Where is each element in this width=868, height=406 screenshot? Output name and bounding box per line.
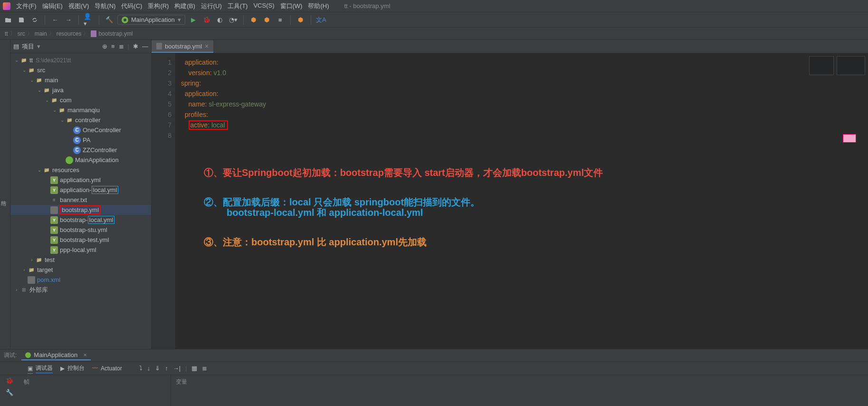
breadcrumb: tt〉 src〉 main〉 resources〉 bootstrap.yml xyxy=(0,28,868,40)
menu-item[interactable]: 重构(R) xyxy=(148,2,169,10)
save-icon[interactable] xyxy=(16,15,27,25)
folder-icon xyxy=(35,77,43,84)
code-line[interactable] xyxy=(181,130,868,141)
folder-icon xyxy=(43,87,50,94)
step-into-icon[interactable]: ↓ xyxy=(147,365,151,372)
code-line[interactable]: active: local xyxy=(181,120,868,130)
code-line[interactable]: application: xyxy=(181,57,868,68)
git-icon[interactable]: ⬢ xyxy=(296,15,306,25)
menu-item[interactable]: 文件(F) xyxy=(16,2,37,10)
tree-item[interactable]: pom.xml xyxy=(10,275,151,285)
tree-item[interactable]: bootstrap-test.yml xyxy=(10,235,151,245)
menu-item[interactable]: 导航(N) xyxy=(95,2,115,10)
attach-icon[interactable]: ⬢ xyxy=(248,15,259,25)
crumb[interactable]: tt xyxy=(5,30,8,37)
trace-icon[interactable]: ≣ xyxy=(202,365,207,372)
debug-config[interactable]: MainApplication × xyxy=(21,350,90,360)
run-config-select[interactable]: MainApplication ▾ xyxy=(117,15,185,25)
code-line[interactable]: version: v1.0 xyxy=(181,68,868,78)
tree-item[interactable]: application.yml xyxy=(10,175,151,185)
tree-item[interactable]: ⌄controller xyxy=(10,115,151,125)
stop-icon[interactable]: ■ xyxy=(275,15,286,25)
tab-console[interactable]: ▶控制台 xyxy=(60,364,85,372)
tree-item[interactable]: ⌄ttS:\idea2021\tt xyxy=(10,55,151,65)
tree-item[interactable]: bootstrap.yml xyxy=(10,205,151,215)
close-icon[interactable]: × xyxy=(83,351,87,358)
menu-item[interactable]: 帮助(H) xyxy=(308,2,329,10)
menu-item[interactable]: VCS(S) xyxy=(253,2,274,10)
tree-item[interactable]: ⌄main xyxy=(10,75,151,85)
run-to-cursor-icon[interactable]: →| xyxy=(173,365,181,372)
open-icon[interactable] xyxy=(3,15,13,25)
annotation-2b: bootstrap-local.yml 和 application-local.… xyxy=(227,207,603,218)
code-editor[interactable]: 12345678 application: version: v1.0sprin… xyxy=(152,53,868,349)
hammer-icon[interactable]: 🔨 xyxy=(104,15,114,25)
forward-icon[interactable]: → xyxy=(63,15,74,25)
evaluate-icon[interactable]: ▦ xyxy=(191,365,197,372)
tree-item[interactable]: ⌄com xyxy=(10,95,151,105)
editor-tabbar: bootstrap.yml × xyxy=(152,40,868,53)
settings-icon[interactable]: ✱ xyxy=(133,43,138,50)
coverage-icon[interactable]: ◐ xyxy=(215,15,225,25)
user-icon[interactable]: 👤▾ xyxy=(84,15,94,25)
tree-item-label: manmanqiu xyxy=(67,106,100,114)
tree-item[interactable]: ⌄resources xyxy=(10,165,151,175)
modify-icon[interactable]: 🔧 xyxy=(6,389,13,396)
sync-icon[interactable] xyxy=(29,15,40,25)
translate-icon[interactable]: 文A xyxy=(316,15,326,25)
tree-item[interactable]: MainApplication xyxy=(10,155,151,165)
tree-item[interactable]: bootstrap-local.yml xyxy=(10,215,151,225)
tree-item[interactable]: ›外部库 xyxy=(10,285,151,295)
menu-item[interactable]: 工具(T) xyxy=(228,2,248,10)
code-line[interactable]: spring: xyxy=(181,78,868,88)
tree-item[interactable]: ppp-local.yml xyxy=(10,245,151,255)
tree-item[interactable]: application-local.yml xyxy=(10,185,151,195)
tab-actuator[interactable]: 〰Actuator xyxy=(92,365,122,372)
tree-item[interactable]: PA xyxy=(10,135,151,145)
error-stripe-marker[interactable] xyxy=(843,134,856,143)
tree-item[interactable]: ZZController xyxy=(10,145,151,155)
menu-item[interactable]: 构建(B) xyxy=(174,2,195,10)
menu-item[interactable]: 窗口(W) xyxy=(280,2,303,10)
code-line[interactable]: application: xyxy=(181,88,868,99)
editor-tab[interactable]: bootstrap.yml × xyxy=(152,40,213,53)
menu-item[interactable]: 视图(V) xyxy=(68,2,89,10)
debug-icon[interactable]: 🐞 xyxy=(201,15,212,25)
attach2-icon[interactable]: ⬢ xyxy=(262,15,272,25)
crumb[interactable]: bootstrap.yml xyxy=(98,30,133,37)
tree-item[interactable]: ›test xyxy=(10,255,151,265)
code-line[interactable]: profiles: xyxy=(181,109,868,120)
close-icon[interactable]: × xyxy=(205,42,209,50)
crumb[interactable]: main xyxy=(35,30,47,37)
tree-item[interactable]: ›target xyxy=(10,265,151,275)
expand-icon[interactable]: ≡ xyxy=(111,43,115,50)
tree-item[interactable]: ⌄src xyxy=(10,65,151,75)
step-over-icon[interactable]: ⤵ xyxy=(139,365,143,372)
locate-icon[interactable]: ⊕ xyxy=(102,43,107,50)
menu-item[interactable]: 编辑(E) xyxy=(42,2,63,10)
structure-tool-button[interactable]: 结构 xyxy=(0,40,10,349)
menu-item[interactable]: 代码(C) xyxy=(121,2,142,10)
hide-icon[interactable]: — xyxy=(142,43,148,50)
code-line[interactable]: name: sl-express-gateway xyxy=(181,99,868,109)
tree-item[interactable]: banner.txt xyxy=(10,195,151,205)
crumb[interactable]: src xyxy=(18,30,25,37)
tree-item[interactable]: OneController xyxy=(10,125,151,135)
run-icon[interactable]: ▶ xyxy=(188,15,199,25)
back-icon[interactable]: ← xyxy=(50,15,60,25)
tab-debugger[interactable]: ▣调试器 xyxy=(28,364,53,372)
step-out-icon[interactable]: ↑ xyxy=(165,365,168,372)
tree-item[interactable]: ⌄manmanqiu xyxy=(10,105,151,115)
step-into-force-icon[interactable]: ⇓ xyxy=(155,365,160,372)
tree-item[interactable]: ⌄java xyxy=(10,85,151,95)
project-tree[interactable]: ⌄ttS:\idea2021\tt⌄src⌄main⌄java⌄com⌄manm… xyxy=(10,53,151,349)
rerun-icon[interactable]: 🐞 xyxy=(6,377,13,384)
frames-panel[interactable]: 帧 xyxy=(19,375,171,406)
menu-item[interactable]: 运行(U) xyxy=(201,2,222,10)
crumb[interactable]: resources xyxy=(57,30,82,37)
profile-icon[interactable]: ◔▾ xyxy=(228,15,238,25)
tree-item[interactable]: bootstrap-stu.yml xyxy=(10,225,151,235)
variables-panel[interactable]: 变量 xyxy=(171,375,868,406)
tree-item-label: OneController xyxy=(83,126,121,134)
collapse-icon[interactable]: ≣ xyxy=(119,43,124,50)
